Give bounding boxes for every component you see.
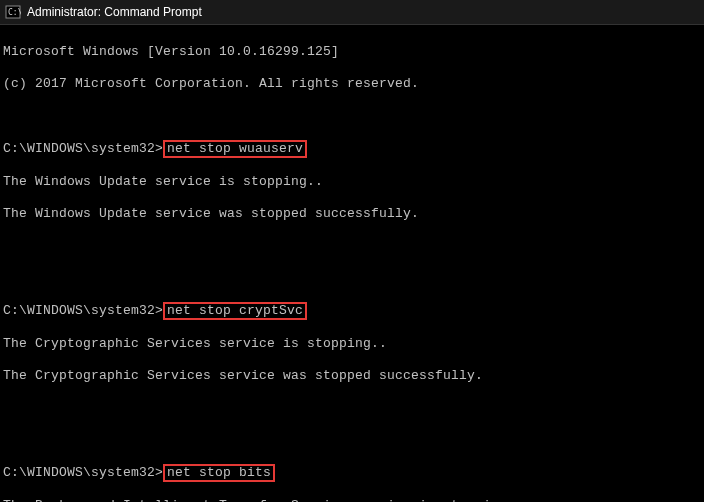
highlighted-command: net stop wuauserv: [163, 140, 307, 158]
svg-text:C:\: C:\: [8, 8, 21, 17]
version-line: Microsoft Windows [Version 10.0.16299.12…: [3, 44, 701, 60]
output-line: The Cryptographic Services service is st…: [3, 336, 701, 352]
terminal-output[interactable]: Microsoft Windows [Version 10.0.16299.12…: [0, 25, 704, 502]
cmd-line: C:\WINDOWS\system32>net stop wuauserv: [3, 140, 701, 158]
copyright-line: (c) 2017 Microsoft Corporation. All righ…: [3, 76, 701, 92]
prompt: C:\WINDOWS\system32>: [3, 303, 163, 318]
blank-line: [3, 270, 701, 286]
highlighted-command: net stop bits: [163, 464, 275, 482]
prompt: C:\WINDOWS\system32>: [3, 465, 163, 480]
cmd-icon: C:\: [5, 4, 21, 20]
highlighted-command: net stop cryptSvc: [163, 302, 307, 320]
blank-line: [3, 400, 701, 416]
output-line: The Windows Update service is stopping..: [3, 174, 701, 190]
cmd-line: C:\WINDOWS\system32>net stop cryptSvc: [3, 302, 701, 320]
blank-line: [3, 432, 701, 448]
window-titlebar: C:\ Administrator: Command Prompt: [0, 0, 704, 25]
output-line: The Background Intelligent Transfer Serv…: [3, 498, 701, 502]
output-line: The Cryptographic Services service was s…: [3, 368, 701, 384]
output-line: The Windows Update service was stopped s…: [3, 206, 701, 222]
blank-line: [3, 238, 701, 254]
window-title: Administrator: Command Prompt: [27, 5, 202, 19]
prompt: C:\WINDOWS\system32>: [3, 141, 163, 156]
cmd-line: C:\WINDOWS\system32>net stop bits: [3, 464, 701, 482]
blank-line: [3, 108, 701, 124]
